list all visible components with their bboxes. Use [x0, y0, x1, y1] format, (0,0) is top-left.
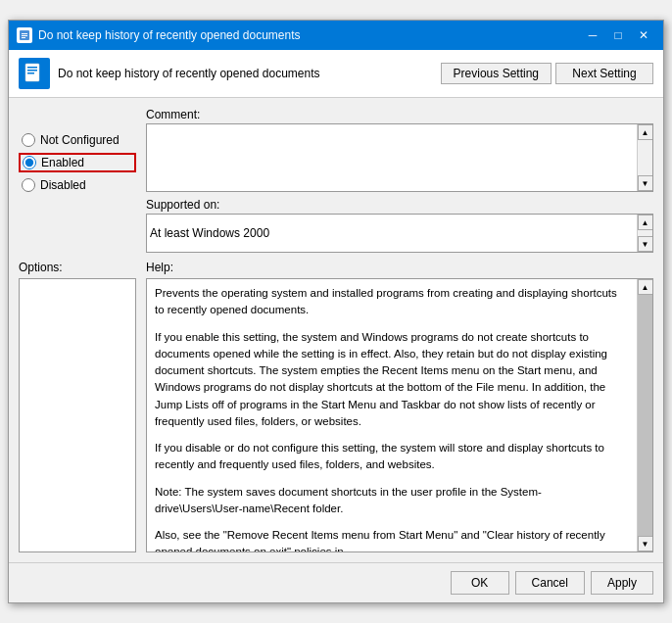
help-para-0: Prevents the operating system and instal…	[155, 285, 629, 319]
svg-rect-1	[22, 33, 27, 34]
prev-setting-button[interactable]: Previous Setting	[441, 63, 552, 84]
supported-label: Supported on:	[146, 198, 653, 212]
help-para-1: If you enable this setting, the system a…	[155, 329, 629, 431]
svg-rect-3	[22, 37, 25, 38]
radio-panel: Not Configured Enabled Disabled	[19, 108, 136, 253]
supported-group: Supported on: At least Windows 2000 ▲ ▼	[146, 198, 653, 253]
comment-scroll-down[interactable]: ▼	[638, 175, 653, 191]
svg-rect-7	[27, 72, 34, 74]
comment-scrollbar: ▲ ▼	[637, 124, 652, 191]
header-buttons: Previous Setting Next Setting	[441, 63, 653, 84]
comment-box: ▲ ▼	[146, 123, 653, 192]
supported-box: At least Windows 2000 ▲ ▼	[146, 214, 653, 253]
radio-enabled-label: Enabled	[41, 156, 84, 169]
help-scroll-down[interactable]: ▼	[638, 536, 653, 551]
bottom-section: Options: Help: Prevents the operating sy…	[19, 261, 653, 552]
radio-enabled[interactable]: Enabled	[19, 153, 136, 172]
policy-icon	[19, 58, 50, 89]
maximize-button[interactable]: □	[606, 25, 630, 45]
help-title: Help:	[146, 261, 653, 274]
cancel-button[interactable]: Cancel	[515, 571, 585, 595]
title-bar: Do not keep history of recently opened d…	[9, 21, 663, 50]
comment-input[interactable]	[147, 124, 637, 191]
help-box: Prevents the operating system and instal…	[146, 278, 653, 552]
help-scroll-up[interactable]: ▲	[638, 279, 653, 295]
dialog-header: Do not keep history of recently opened d…	[9, 50, 663, 98]
radio-not-configured-input[interactable]	[22, 133, 35, 147]
comment-scroll-thumb	[638, 140, 652, 175]
supported-value: At least Windows 2000	[150, 226, 649, 240]
comment-group: Comment: ▲ ▼	[146, 108, 653, 192]
svg-rect-6	[27, 70, 37, 72]
right-panel: Comment: ▲ ▼ Supported on: At least Wind…	[146, 108, 653, 253]
help-content: Prevents the operating system and instal…	[147, 279, 652, 551]
help-para-4: Also, see the "Remove Recent Items menu …	[155, 527, 629, 551]
dialog-footer: OK Cancel Apply	[9, 562, 663, 602]
radio-not-configured[interactable]: Not Configured	[19, 131, 136, 149]
options-panel: Options:	[19, 261, 136, 552]
help-scrollbar: ▲ ▼	[637, 279, 652, 551]
header-title: Do not keep history of recently opened d…	[58, 67, 433, 80]
options-title: Options:	[19, 261, 136, 274]
dialog-window: Do not keep history of recently opened d…	[8, 20, 664, 603]
next-setting-button[interactable]: Next Setting	[555, 63, 653, 84]
minimize-button[interactable]: ─	[581, 25, 604, 45]
window-title: Do not keep history of recently opened d…	[38, 28, 301, 42]
title-bar-buttons: ─ □ ✕	[581, 25, 655, 45]
close-button[interactable]: ✕	[632, 25, 655, 45]
radio-disabled-label: Disabled	[40, 178, 86, 192]
radio-not-configured-label: Not Configured	[40, 133, 120, 147]
radio-disabled-input[interactable]	[22, 178, 35, 192]
options-box	[19, 278, 136, 552]
help-scroll-thumb	[638, 295, 652, 536]
dialog-content: Not Configured Enabled Disabled Comment:	[9, 98, 663, 562]
help-panel: Help: Prevents the operating system and …	[146, 261, 653, 552]
supported-scrollbar: ▲ ▼	[637, 215, 652, 252]
svg-rect-5	[27, 67, 37, 69]
ok-button[interactable]: OK	[451, 571, 509, 595]
supported-scroll-down[interactable]: ▼	[638, 236, 653, 252]
radio-disabled[interactable]: Disabled	[19, 176, 136, 194]
apply-button[interactable]: Apply	[591, 571, 653, 595]
help-para-2: If you disable or do not configure this …	[155, 440, 629, 474]
title-bar-left: Do not keep history of recently opened d…	[17, 27, 301, 43]
help-para-3: Note: The system saves document shortcut…	[155, 484, 629, 518]
comment-label: Comment:	[146, 108, 653, 121]
comment-scroll-up[interactable]: ▲	[638, 124, 653, 140]
svg-rect-2	[22, 35, 27, 36]
supported-scroll-up[interactable]: ▲	[638, 215, 653, 230]
top-section: Not Configured Enabled Disabled Comment:	[19, 108, 653, 253]
dialog-icon	[17, 27, 32, 43]
radio-enabled-input[interactable]	[23, 156, 36, 169]
